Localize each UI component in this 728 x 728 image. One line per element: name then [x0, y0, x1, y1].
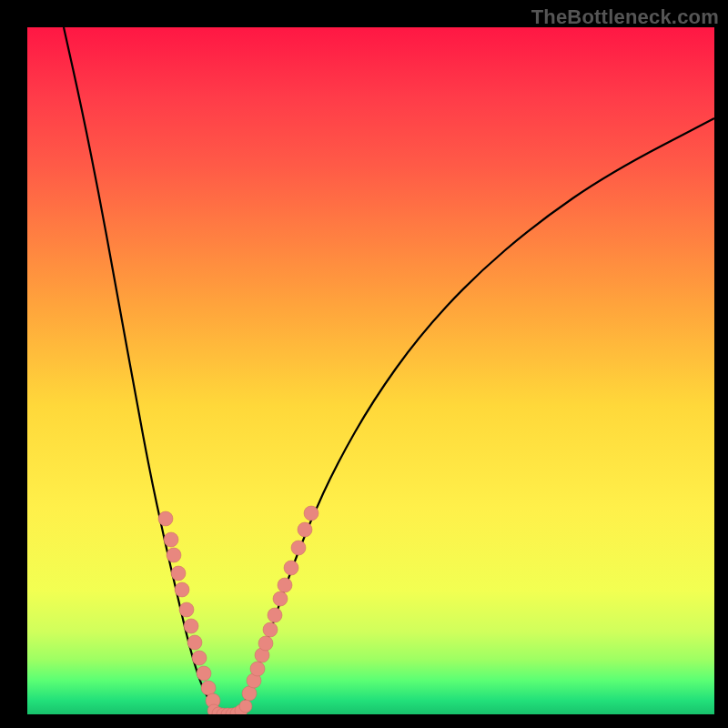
data-dot: [258, 636, 273, 651]
watermark-text: TheBottleneck.com: [531, 5, 719, 29]
data-dot: [284, 561, 298, 575]
data-dot: [239, 700, 252, 713]
data-dot: [158, 511, 173, 526]
right-curve: [237, 118, 714, 714]
data-dot: [187, 635, 202, 650]
data-dot: [201, 681, 216, 695]
data-dot: [263, 622, 278, 637]
data-dot: [164, 532, 178, 547]
data-dot: [179, 602, 194, 617]
left-curve: [64, 27, 222, 714]
chart-frame: TheBottleneck.com: [0, 0, 728, 728]
data-dot: [268, 608, 282, 622]
data-dot: [192, 651, 207, 665]
data-dot: [273, 592, 288, 606]
data-dot: [278, 578, 292, 592]
data-dot: [171, 566, 186, 581]
data-dot: [184, 619, 198, 633]
data-dot: [298, 522, 312, 537]
data-dot: [304, 506, 318, 521]
curve-layer: [27, 27, 714, 714]
data-dots: [158, 506, 318, 714]
data-dot: [197, 666, 211, 681]
data-dot: [242, 686, 257, 701]
data-dot: [175, 582, 189, 597]
plot-area: [27, 27, 714, 714]
data-dot: [167, 548, 181, 562]
data-dot: [250, 662, 265, 676]
data-dot: [291, 541, 306, 555]
